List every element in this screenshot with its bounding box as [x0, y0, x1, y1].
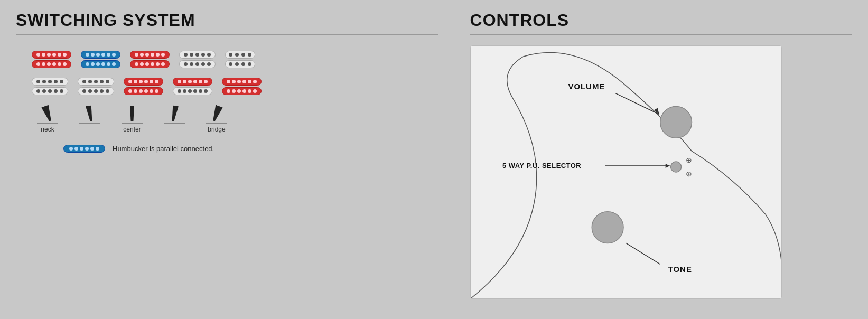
- switch-neck2: [79, 106, 100, 133]
- legend-text: Humbucker is parallel connected.: [113, 145, 214, 153]
- coil-6-bot: [32, 87, 68, 95]
- switch-line-bridge: [206, 123, 227, 124]
- switching-content: neck center bridge: [16, 45, 438, 158]
- volume-label: VOLUME: [568, 82, 605, 91]
- switch-center2-label: [173, 126, 175, 133]
- coil-5-top: [225, 51, 255, 59]
- switch-line-neck2: [79, 123, 100, 124]
- switching-system-panel: SWITCHING SYSTEM: [0, 0, 454, 319]
- svg-text:⊕: ⊕: [685, 170, 692, 178]
- pickup-7: [78, 78, 114, 95]
- switch-neck-label: neck: [41, 126, 54, 133]
- pickup-4: [179, 51, 216, 68]
- switch-bridge: bridge: [206, 106, 227, 133]
- pickup-row-1: [32, 51, 423, 68]
- pickup-6: [32, 78, 68, 95]
- controls-svg: ⊕ ⊕ VOLUME 5 WAY P.U. SELECTOR TONE: [471, 46, 781, 298]
- pickup-5: [225, 51, 255, 68]
- blade-neck2-icon: [84, 105, 96, 123]
- pickup-row-2: [32, 78, 423, 95]
- pickup-9: [173, 78, 212, 95]
- coil-7-top: [78, 78, 114, 86]
- coil-4-bot: [179, 60, 216, 68]
- pickup-1: [32, 51, 71, 68]
- coil-7-bot: [78, 87, 114, 95]
- switch-positions-row: neck center bridge: [32, 106, 423, 133]
- controls-title: CONTROLS: [470, 11, 852, 30]
- blade-neck-icon: [40, 105, 54, 123]
- blade-center-icon: [128, 106, 136, 121]
- switch-center-label: center: [123, 126, 141, 133]
- right-divider: [470, 34, 852, 35]
- coil-10-bot: [222, 87, 262, 95]
- tone-label: TONE: [668, 265, 692, 274]
- switch-neck: neck: [37, 106, 58, 133]
- controls-diagram: ⊕ ⊕ VOLUME 5 WAY P.U. SELECTOR TONE: [470, 45, 782, 299]
- coil-6-top: [32, 78, 68, 86]
- pickup-8: [124, 78, 163, 95]
- pickup-3: [130, 51, 170, 68]
- coil-9-top: [173, 78, 212, 86]
- selector-label: 5 WAY P.U. SELECTOR: [502, 162, 581, 170]
- pickup-10: [222, 78, 262, 95]
- coil-8-bot: [124, 87, 163, 95]
- pickup-2: [81, 51, 120, 68]
- coil-5-bot: [225, 60, 255, 68]
- left-divider: [16, 34, 438, 35]
- coil-4-top: [179, 51, 216, 59]
- blade-bridge-icon: [209, 105, 223, 123]
- coil-3-top: [130, 51, 170, 59]
- controls-panel: CONTROLS ⊕ ⊕: [454, 0, 868, 319]
- coil-9-bot: [173, 87, 212, 95]
- switch-bridge-label: bridge: [208, 126, 225, 133]
- coil-1-top: [32, 51, 71, 59]
- coil-8-top: [124, 78, 163, 86]
- switch-center2: [164, 106, 185, 133]
- selector-switch-knob: [670, 162, 681, 172]
- coil-2-bot: [81, 60, 120, 68]
- svg-rect-0: [471, 46, 781, 298]
- coil-3-bot: [130, 60, 170, 68]
- switch-line-neck: [37, 123, 58, 124]
- svg-text:⊕: ⊕: [685, 156, 692, 164]
- switch-line-center: [122, 123, 143, 124]
- switching-system-title: SWITCHING SYSTEM: [16, 11, 438, 30]
- blade-center2-icon: [169, 105, 181, 123]
- legend-row: Humbucker is parallel connected.: [32, 145, 423, 153]
- switch-center: center: [122, 106, 143, 133]
- legend-coil-icon: [63, 145, 105, 153]
- coil-10-top: [222, 78, 262, 86]
- coil-1-bot: [32, 60, 71, 68]
- tone-knob: [592, 212, 623, 243]
- switch-neck2-label: [89, 126, 90, 133]
- volume-knob: [660, 107, 692, 138]
- switch-line-center2: [164, 123, 185, 124]
- coil-2-top: [81, 51, 120, 59]
